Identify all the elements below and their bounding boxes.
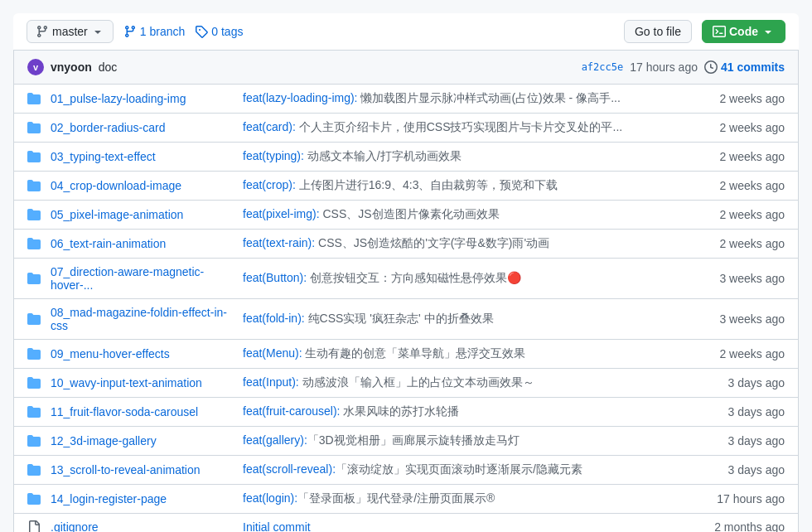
file-name[interactable]: 09_menu-hover-effects bbox=[51, 347, 233, 360]
file-name[interactable]: 01_pulse-lazy-loading-img bbox=[51, 92, 233, 105]
branch-selector[interactable]: master bbox=[27, 20, 114, 43]
branch-label: master bbox=[52, 25, 88, 38]
commit-time: 17 hours ago bbox=[630, 60, 698, 74]
file-age: 2 weeks ago bbox=[702, 347, 785, 360]
code-icon bbox=[713, 25, 726, 38]
folder-icon bbox=[27, 92, 41, 105]
tag-count-label: 0 tags bbox=[211, 25, 243, 38]
file-name[interactable]: 12_3d-image-gallery bbox=[51, 434, 233, 447]
file-commit-message: feat(scroll-reveal):「滚动绽放」实现页面滚动时逐渐展示/隐藏… bbox=[243, 462, 692, 477]
table-row: 06_text-rain-animationfeat(text-rain): C… bbox=[14, 230, 798, 259]
go-to-file-button[interactable]: Go to file bbox=[624, 20, 692, 43]
file-name[interactable]: 11_fruit-flavor-soda-carousel bbox=[51, 405, 233, 418]
file-commit-message: feat(gallery):「3D视觉相册」画廊展示旋转播放走马灯 bbox=[243, 433, 692, 448]
tag-count-link[interactable]: 0 tags bbox=[195, 25, 243, 38]
branch-icon bbox=[36, 25, 49, 38]
file-name[interactable]: 14_login-register-page bbox=[51, 492, 233, 505]
table-row: 12_3d-image-galleryfeat(gallery):「3D视觉相册… bbox=[14, 427, 798, 456]
clock-icon bbox=[704, 60, 718, 74]
file-name[interactable]: 02_border-radius-card bbox=[51, 121, 233, 134]
file-age: 3 days ago bbox=[702, 405, 785, 418]
file-age: 2 weeks ago bbox=[702, 121, 785, 134]
commit-hash[interactable]: af2cc5e bbox=[582, 61, 624, 73]
file-age: 3 days ago bbox=[702, 434, 785, 447]
file-commit-message: feat(Input): 动感波浪「输入框」上的占位文本动画效果～ bbox=[243, 375, 692, 390]
file-name[interactable]: 06_text-rain-animation bbox=[51, 237, 233, 250]
file-commit-message: feat(fruit-carousel): 水果风味的苏打水轮播 bbox=[243, 404, 692, 419]
code-button[interactable]: Code bbox=[702, 20, 785, 43]
file-name[interactable]: 08_mad-magazine-foldin-effect-in-css bbox=[51, 306, 233, 332]
table-row: 04_crop-download-imagefeat(crop): 上传图片进行… bbox=[14, 172, 798, 201]
file-name[interactable]: 03_typing-text-effect bbox=[51, 150, 233, 163]
file-commit-message: feat(lazy-loading-img): 懒加载图片显示脉冲样式动画(占位… bbox=[243, 91, 692, 106]
table-row: 11_fruit-flavor-soda-carouselfeat(fruit-… bbox=[14, 398, 798, 427]
file-name[interactable]: 13_scroll-to-reveal-animation bbox=[51, 463, 233, 476]
table-row: 05_pixel-image-animationfeat(pixel-img):… bbox=[14, 201, 798, 230]
folder-icon bbox=[27, 376, 41, 389]
folder-icon bbox=[27, 272, 41, 285]
branch-count-label: 1 branch bbox=[140, 25, 185, 38]
folder-icon bbox=[27, 463, 41, 476]
file-commit-message: feat(typing): 动感文本输入/打字机动画效果 bbox=[243, 149, 692, 164]
file-icon bbox=[27, 520, 41, 532]
table-row: 13_scroll-to-reveal-animationfeat(scroll… bbox=[14, 456, 798, 485]
file-name[interactable]: .gitignore bbox=[51, 520, 233, 532]
table-row: 14_login-register-pagefeat(login):「登录面板」… bbox=[14, 485, 798, 514]
file-age: 3 days ago bbox=[702, 463, 785, 476]
code-chevron-icon bbox=[761, 25, 775, 38]
file-name[interactable]: 04_crop-download-image bbox=[51, 179, 233, 192]
folder-icon bbox=[27, 150, 41, 163]
file-commit-message: feat(card): 个人主页介绍卡片，使用CSS技巧实现图片与卡片交叉处的平… bbox=[243, 120, 692, 135]
table-row: 08_mad-magazine-foldin-effect-in-cssfeat… bbox=[14, 299, 798, 340]
file-age: 17 hours ago bbox=[702, 492, 785, 505]
folder-icon bbox=[27, 121, 41, 134]
file-commit-message: feat(login):「登录面板」现代登录/注册页面展示® bbox=[243, 491, 692, 506]
file-age: 3 days ago bbox=[702, 376, 785, 389]
file-age: 3 weeks ago bbox=[702, 272, 785, 285]
folder-icon bbox=[27, 492, 41, 505]
file-commit-message: feat(crop): 上传图片进行16:9、4:3、自由裁剪等，预览和下载 bbox=[243, 178, 692, 193]
file-commit-message: feat(Menu): 生动有趣的创意「菜单导航」悬浮交互效果 bbox=[243, 346, 692, 361]
file-commit-message: Initial commit bbox=[243, 520, 692, 532]
file-commit-message: feat(Button): 创意按钮交互：方向感知磁性悬停效果🔴 bbox=[243, 271, 692, 286]
commits-link[interactable]: 41 commits bbox=[721, 60, 785, 74]
table-row: .gitignoreInitial commit2 months ago bbox=[14, 514, 798, 532]
table-row: 03_typing-text-effectfeat(typing): 动感文本输… bbox=[14, 143, 798, 172]
branch-count-link[interactable]: 1 branch bbox=[123, 25, 185, 38]
file-age: 2 weeks ago bbox=[702, 179, 785, 192]
commit-count-area: 41 commits bbox=[704, 60, 785, 74]
commit-description: doc bbox=[99, 60, 575, 74]
chevron-down-icon bbox=[91, 25, 104, 38]
avatar: v bbox=[27, 59, 44, 75]
folder-icon bbox=[27, 405, 41, 418]
table-row: 10_wavy-input-text-animationfeat(Input):… bbox=[14, 369, 798, 398]
folder-icon bbox=[27, 434, 41, 447]
file-name[interactable]: 05_pixel-image-animation bbox=[51, 208, 233, 221]
file-name[interactable]: 07_direction-aware-magnetic-hover-... bbox=[51, 265, 233, 292]
folder-icon bbox=[27, 179, 41, 192]
file-commit-message: feat(pixel-img): CSS、JS创造图片像素化动画效果 bbox=[243, 207, 692, 222]
file-name[interactable]: 10_wavy-input-text-animation bbox=[51, 376, 233, 389]
commit-username[interactable]: vnyoon bbox=[51, 60, 92, 74]
table-row: 09_menu-hover-effectsfeat(Menu): 生动有趣的创意… bbox=[14, 340, 798, 369]
file-age: 2 weeks ago bbox=[702, 208, 785, 221]
file-age: 2 months ago bbox=[702, 520, 785, 532]
commit-bar: v vnyoon doc af2cc5e 17 hours ago 41 com… bbox=[14, 51, 798, 85]
table-row: 02_border-radius-cardfeat(card): 个人主页介绍卡… bbox=[14, 114, 798, 143]
folder-icon bbox=[27, 208, 41, 221]
branch-count-icon bbox=[123, 25, 137, 38]
folder-icon bbox=[27, 237, 41, 250]
tag-icon bbox=[195, 25, 208, 38]
folder-icon bbox=[27, 312, 41, 326]
table-row: 07_direction-aware-magnetic-hover-...fea… bbox=[14, 259, 798, 299]
file-commit-message: feat(fold-in): 纯CSS实现 '疯狂杂志' 中的折叠效果 bbox=[243, 312, 692, 326]
file-age: 2 weeks ago bbox=[702, 92, 785, 105]
file-age: 2 weeks ago bbox=[702, 237, 785, 250]
file-age: 2 weeks ago bbox=[702, 150, 785, 163]
file-commit-message: feat(text-rain): CSS、JS创造炫酷的'文字(字母&数字)雨'… bbox=[243, 236, 692, 251]
file-list: 01_pulse-lazy-loading-imgfeat(lazy-loadi… bbox=[14, 85, 798, 532]
folder-icon bbox=[27, 347, 41, 360]
file-age: 3 weeks ago bbox=[702, 312, 785, 326]
table-row: 01_pulse-lazy-loading-imgfeat(lazy-loadi… bbox=[14, 85, 798, 114]
